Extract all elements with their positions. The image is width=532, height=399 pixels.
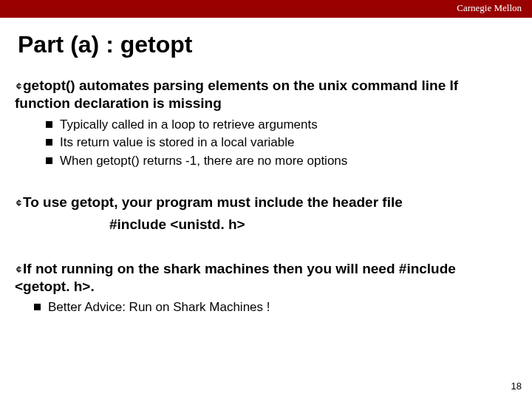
list-item-text: Better Advice: Run on Shark Machines !	[48, 300, 270, 314]
slide-body: ¢getopt() automates parsing elements on …	[15, 77, 508, 327]
brand-text: Carnegie Mellon	[457, 2, 522, 14]
point-text: To use getopt, your program must include…	[23, 194, 403, 210]
include-directive: #include <unistd. h>	[109, 216, 508, 233]
page-number: 18	[511, 381, 522, 392]
list-item: Its return value is stored in a local va…	[46, 134, 508, 151]
list-item: When getopt() returns -1, there are no m…	[46, 153, 508, 170]
circle-bullet-icon: ¢	[15, 264, 23, 276]
list-item: Better Advice: Run on Shark Machines !	[34, 299, 508, 316]
list-item-text: When getopt() returns -1, there are no m…	[60, 154, 347, 168]
point-getopt-intro: ¢getopt() automates parsing elements on …	[15, 77, 508, 112]
circle-bullet-icon: ¢	[15, 197, 23, 209]
slide: Carnegie Mellon Part (a) : getopt ¢getop…	[0, 0, 532, 399]
square-bullet-icon	[46, 139, 52, 146]
list-item-text: Typically called in a loop to retrieve a…	[60, 117, 318, 132]
square-bullet-icon	[46, 157, 52, 164]
square-bullet-icon	[34, 304, 41, 310]
list-item: Typically called in a loop to retrieve a…	[46, 117, 508, 134]
point-text: If not running on the shark machines the…	[15, 261, 456, 294]
sublist-getopt: Typically called in a loop to retrieve a…	[46, 117, 508, 171]
point-include-unistd: ¢To use getopt, your program must includ…	[15, 194, 508, 211]
point-text: automates parsing elements on the unix c…	[15, 78, 458, 111]
point-include-getopt: ¢If not running on the shark machines th…	[15, 260, 508, 296]
square-bullet-icon	[46, 121, 52, 128]
lead-term: getopt()	[23, 78, 75, 93]
header-bar: Carnegie Mellon	[0, 0, 532, 18]
slide-title: Part (a) : getopt	[18, 31, 192, 58]
list-item-text: Its return value is stored in a local va…	[60, 135, 295, 149]
circle-bullet-icon: ¢	[15, 81, 23, 92]
sublist-advice: Better Advice: Run on Shark Machines !	[34, 299, 508, 316]
